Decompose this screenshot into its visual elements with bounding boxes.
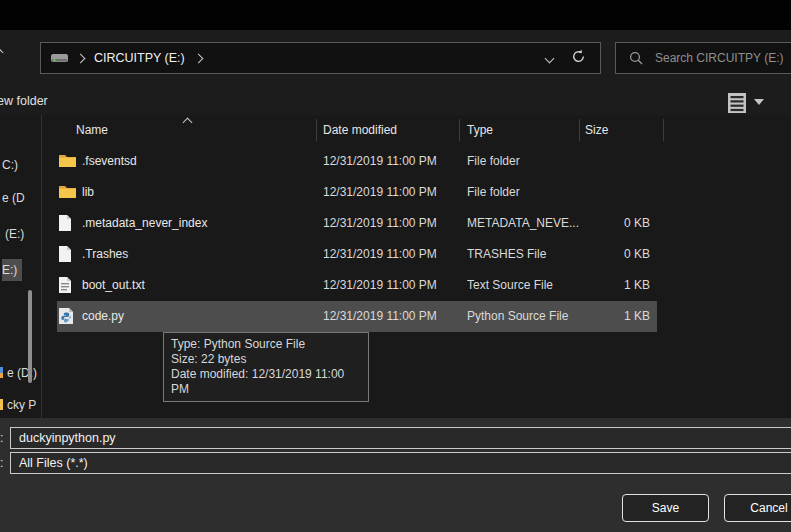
file-row-boot-out[interactable]: boot_out.txt 12/31/2019 11:00 PM Text So… bbox=[57, 270, 657, 301]
sidebar-item-drive-d2[interactable]: e (D:) bbox=[7, 362, 37, 384]
file-row-metadata[interactable]: .metadata_never_index 12/31/2019 11:00 P… bbox=[57, 208, 657, 239]
save-button[interactable]: Save bbox=[622, 494, 709, 522]
column-header-date-modified[interactable]: Date modified bbox=[323, 115, 397, 145]
breadcrumb-chevron-icon[interactable] bbox=[193, 53, 203, 63]
column-header-size[interactable]: Size bbox=[585, 115, 608, 145]
file-name-input[interactable] bbox=[10, 427, 791, 449]
sidebar-item-ducky[interactable]: cky P bbox=[7, 394, 36, 416]
file-info-tooltip: Type: Python Source File Size: 22 bytes … bbox=[163, 332, 369, 402]
file-row-trashes[interactable]: .Trashes 12/31/2019 11:00 PM TRASHES Fil… bbox=[57, 239, 657, 270]
tooltip-type: Type: Python Source File bbox=[171, 337, 361, 352]
file-row-fseventsd[interactable]: .fseventsd 12/31/2019 11:00 PM File fold… bbox=[57, 146, 657, 177]
search-box[interactable]: Search CIRCUITPY (E:) bbox=[615, 42, 791, 74]
file-row-lib[interactable]: lib 12/31/2019 11:00 PM File folder bbox=[57, 177, 657, 208]
view-dropdown-icon[interactable] bbox=[754, 99, 764, 105]
refresh-button[interactable] bbox=[563, 45, 594, 71]
tooltip-date: Date modified: 12/31/2019 11:00 PM bbox=[171, 367, 361, 397]
folder-icon bbox=[0, 399, 3, 410]
tooltip-size: Size: 22 bytes bbox=[171, 352, 361, 367]
address-dropdown-button[interactable] bbox=[536, 45, 563, 71]
column-divider bbox=[459, 119, 460, 141]
drive-icon bbox=[51, 52, 68, 64]
save-file-dialog: CIRCUITPY (E:) Search CIRCUITPY (E:) New… bbox=[0, 0, 791, 532]
file-row-code-py[interactable]: code.py 12/31/2019 11:00 PM Python Sourc… bbox=[57, 301, 657, 332]
title-bar bbox=[0, 0, 791, 30]
column-header-type[interactable]: Type bbox=[467, 115, 493, 145]
file-type-dropdown[interactable]: All Files (*.*) bbox=[10, 452, 791, 474]
sidebar-divider bbox=[41, 115, 42, 418]
cancel-button[interactable]: Cancel bbox=[724, 494, 791, 522]
sidebar-item-drive-c[interactable]: C:) bbox=[2, 154, 18, 176]
breadcrumb-chevron-icon bbox=[76, 53, 86, 63]
folder-icon bbox=[59, 153, 76, 167]
sidebar-scrollbar[interactable] bbox=[28, 290, 32, 383]
text-file-icon bbox=[59, 277, 72, 293]
sidebar-item-drive-e-selected[interactable]: E:) bbox=[2, 259, 22, 281]
up-arrow-icon[interactable] bbox=[0, 48, 3, 58]
sidebar-item-drive-e[interactable]: (E:) bbox=[5, 223, 24, 245]
search-icon bbox=[629, 51, 643, 65]
column-header-name[interactable]: Name bbox=[76, 115, 108, 145]
sidebar-item-drive-d[interactable]: e (D bbox=[2, 187, 25, 209]
file-icon bbox=[59, 246, 72, 262]
address-bar[interactable]: CIRCUITPY (E:) bbox=[40, 42, 601, 74]
file-name-label-fragment: : bbox=[0, 427, 8, 449]
details-view-icon bbox=[726, 92, 748, 114]
search-placeholder: Search CIRCUITPY (E:) bbox=[655, 51, 783, 65]
column-divider bbox=[663, 119, 664, 141]
refresh-icon bbox=[571, 49, 586, 64]
file-icon bbox=[59, 215, 72, 231]
column-divider bbox=[579, 119, 580, 141]
file-type-label-fragment: : bbox=[0, 452, 8, 474]
breadcrumb-drive[interactable]: CIRCUITPY (E:) bbox=[94, 51, 185, 65]
view-mode-button[interactable] bbox=[726, 92, 748, 114]
drive-icon bbox=[0, 367, 3, 378]
folder-icon bbox=[59, 184, 76, 198]
new-folder-button[interactable]: New folder bbox=[0, 94, 48, 108]
column-divider bbox=[316, 119, 317, 141]
python-file-icon bbox=[59, 308, 73, 324]
